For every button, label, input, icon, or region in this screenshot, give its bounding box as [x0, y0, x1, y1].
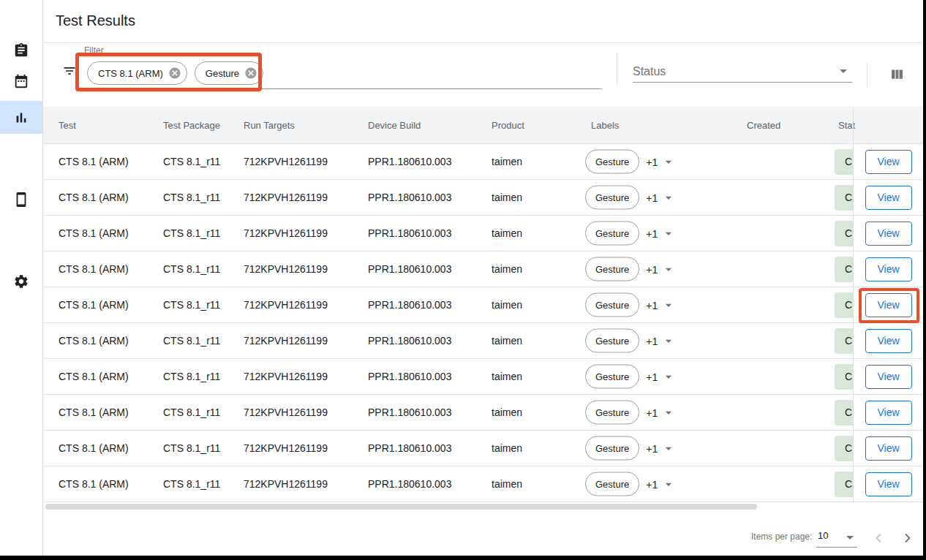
sidebar-item-devices[interactable]: [0, 183, 42, 216]
column-header-device-build[interactable]: Device Build: [368, 120, 421, 131]
status-select-underline: [633, 82, 852, 83]
more-labels-count[interactable]: +1: [646, 227, 658, 239]
column-header-product[interactable]: Product: [492, 120, 524, 131]
chevron-down-icon[interactable]: [661, 226, 676, 241]
view-button[interactable]: View: [865, 472, 912, 496]
cell-test: CTS 8.1 (ARM): [59, 478, 129, 490]
column-header-created[interactable]: Created: [747, 120, 780, 131]
table-row: CTS 8.1 (ARM) CTS 8.1_r11 712KPVH1261199…: [43, 251, 853, 287]
status-badge: C: [835, 292, 853, 318]
status-select[interactable]: Status: [633, 65, 666, 78]
label-chip[interactable]: Gesture: [585, 401, 639, 425]
cell-labels: Gesture +1: [585, 472, 676, 496]
chevron-down-icon[interactable]: [661, 298, 676, 312]
more-labels-count[interactable]: +1: [646, 299, 658, 311]
highlight-box-view-button: [859, 288, 919, 323]
sidebar-item-schedule[interactable]: [0, 65, 42, 97]
column-header-test-package[interactable]: Test Package: [163, 120, 220, 131]
label-chip[interactable]: Gesture: [585, 186, 639, 210]
items-per-page-underline: [816, 547, 857, 548]
label-chip[interactable]: Gesture: [585, 472, 639, 496]
label-chip[interactable]: Gesture: [585, 150, 639, 174]
cell-labels: Gesture +1: [585, 329, 676, 353]
chevron-down-icon[interactable]: [661, 154, 676, 169]
chevron-down-icon[interactable]: [835, 62, 852, 80]
cell-device-build: PPR1.180610.003: [368, 371, 451, 382]
view-button[interactable]: View: [865, 436, 912, 461]
status-badge: C: [835, 257, 853, 282]
window-edge-bottom: [0, 556, 926, 560]
cell-test-package: CTS 8.1_r11: [163, 263, 220, 275]
highlight-box-filter-chips: [75, 53, 262, 91]
label-chip[interactable]: Gesture: [585, 365, 639, 389]
more-labels-count[interactable]: +1: [646, 406, 658, 418]
action-cells: View View View View View: [854, 144, 923, 502]
calendar-icon: [13, 73, 29, 89]
cell-device-build: PPR1.180610.003: [368, 335, 451, 347]
cell-test: CTS 8.1 (ARM): [59, 227, 129, 239]
cell-test-package: CTS 8.1_r11: [163, 371, 220, 382]
more-labels-count[interactable]: +1: [646, 442, 658, 454]
column-header-labels[interactable]: Labels: [591, 120, 619, 131]
status-badge: C: [835, 185, 853, 211]
chevron-down-icon[interactable]: [661, 190, 676, 205]
table-header: Test Test Package Run Targets Device Bui…: [43, 107, 923, 144]
table-row: CTS 8.1 (ARM) CTS 8.1_r11 712KPVH1261199…: [43, 144, 853, 180]
action-cell: View: [854, 466, 923, 502]
label-chip[interactable]: Gesture: [585, 257, 639, 281]
more-labels-count[interactable]: +1: [646, 478, 658, 490]
label-chip[interactable]: Gesture: [585, 329, 639, 353]
view-button[interactable]: View: [865, 150, 912, 174]
cell-product: taimen: [492, 299, 522, 311]
label-chip[interactable]: Gesture: [585, 222, 639, 246]
column-header-run-targets[interactable]: Run Targets: [244, 120, 295, 131]
items-per-page-select[interactable]: 10: [818, 530, 828, 541]
action-cell: View: [854, 180, 923, 216]
horizontal-scrollbar[interactable]: [45, 504, 757, 510]
filter-list-icon[interactable]: [62, 64, 77, 78]
cell-device-build: PPR1.180610.003: [368, 442, 451, 454]
sidebar-item-settings[interactable]: [0, 265, 42, 298]
view-button[interactable]: View: [865, 329, 912, 353]
more-labels-count[interactable]: +1: [646, 371, 658, 382]
view-button[interactable]: View: [865, 222, 912, 246]
label-chip[interactable]: Gesture: [585, 436, 639, 461]
view-button[interactable]: View: [865, 257, 912, 281]
chevron-down-icon[interactable]: [661, 477, 676, 491]
cell-run-targets: 712KPVH1261199: [244, 192, 328, 203]
chevron-down-icon[interactable]: [661, 333, 676, 348]
next-page-icon[interactable]: [900, 531, 915, 545]
status-badge: C: [835, 364, 853, 390]
previous-page-icon[interactable]: [871, 531, 886, 545]
sidebar-item-test-plans[interactable]: [0, 34, 42, 67]
view-button[interactable]: View: [865, 186, 912, 210]
clipboard-icon: [13, 42, 29, 58]
table-row: CTS 8.1 (ARM) CTS 8.1_r11 712KPVH1261199…: [43, 180, 853, 216]
action-cell: View: [854, 144, 923, 180]
view-button[interactable]: View: [865, 401, 912, 425]
action-cell: View: [854, 251, 923, 287]
column-header-test[interactable]: Test: [59, 120, 76, 131]
more-labels-count[interactable]: +1: [646, 156, 658, 167]
more-labels-count[interactable]: +1: [646, 263, 658, 275]
cell-test: CTS 8.1 (ARM): [59, 299, 129, 311]
chevron-down-icon[interactable]: [661, 262, 676, 276]
cell-labels: Gesture +1: [585, 401, 676, 425]
more-labels-count[interactable]: +1: [646, 335, 658, 347]
chevron-down-icon[interactable]: [661, 369, 676, 384]
view-button[interactable]: View: [865, 365, 912, 389]
cell-test: CTS 8.1 (ARM): [59, 263, 129, 275]
action-cell: View: [854, 431, 923, 466]
sidebar-item-test-results[interactable]: [0, 101, 42, 134]
chevron-down-icon[interactable]: [661, 405, 676, 420]
cell-run-targets: 712KPVH1261199: [244, 299, 328, 311]
more-labels-count[interactable]: +1: [646, 192, 658, 203]
table-row: CTS 8.1 (ARM) CTS 8.1_r11 712KPVH1261199…: [43, 323, 853, 359]
cell-labels: Gesture +1: [585, 186, 676, 210]
label-chip[interactable]: Gesture: [585, 293, 639, 317]
view-columns-icon[interactable]: [889, 67, 905, 82]
cell-test-package: CTS 8.1_r11: [163, 227, 220, 239]
chevron-down-icon[interactable]: [661, 441, 676, 455]
status-badge: C: [835, 221, 853, 246]
chevron-down-icon[interactable]: [841, 529, 859, 546]
